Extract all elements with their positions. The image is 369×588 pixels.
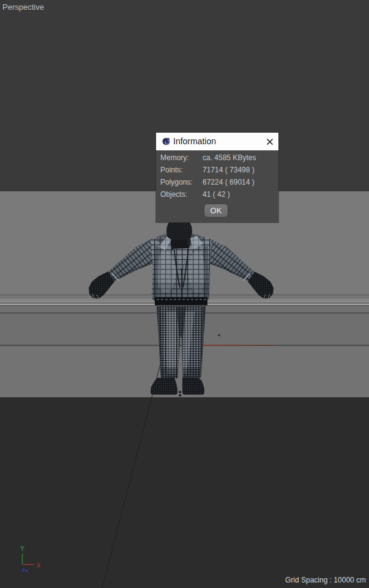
svg-text:Y: Y xyxy=(20,545,24,552)
svg-text:X: X xyxy=(37,562,41,569)
svg-text:Z: Z xyxy=(21,568,28,572)
